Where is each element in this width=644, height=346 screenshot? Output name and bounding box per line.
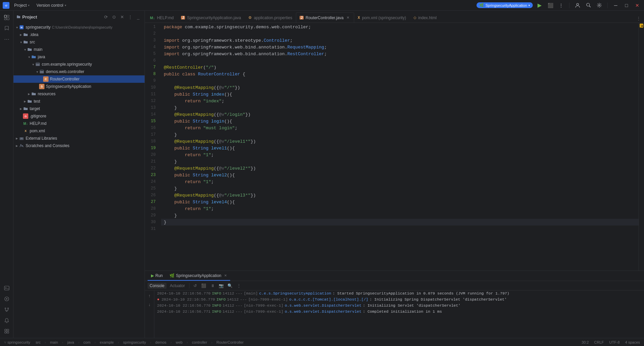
sync-files-button[interactable]: ⟳	[102, 13, 110, 21]
file-encoding: UTF-8	[609, 340, 620, 344]
bottom-tab-label: Run	[155, 273, 163, 278]
toolbar-tab-actuator[interactable]: Actuator	[168, 283, 187, 289]
more-tools-icon[interactable]: ⋯	[2, 34, 11, 44]
timestamp: 2024-10-10 22:16:56.770	[161, 297, 215, 302]
status-line-sep[interactable]: CRLF	[593, 340, 605, 344]
tab-label: RouterController.java	[306, 15, 344, 20]
sidebar-item-target[interactable]: target	[13, 105, 145, 112]
restart-button[interactable]: ↺	[191, 282, 199, 289]
bottom-tab-close[interactable]: ✕	[224, 274, 227, 277]
scroll-down-button[interactable]: ↓	[146, 301, 153, 308]
thread-sep: ---	[240, 297, 247, 302]
run-button[interactable]: ▶	[535, 1, 544, 9]
sidebar-item-resources[interactable]: resources	[13, 90, 145, 98]
more-run-button[interactable]: ⋮	[557, 1, 565, 9]
minimize-sidebar-button[interactable]: _	[134, 13, 142, 21]
status-demos[interactable]: demos	[154, 340, 168, 344]
sidebar-item-gitignore[interactable]: G .gitignore	[13, 112, 145, 120]
status-web[interactable]: web	[175, 340, 184, 344]
sidebar-item-external-libraries[interactable]: External Libraries	[13, 135, 145, 142]
sidebar-item-java[interactable]: java	[13, 53, 145, 61]
sidebar-item-root[interactable]: M springsecurity C:\Users\k\Desktop\shen…	[13, 24, 145, 31]
status-java[interactable]: java	[66, 340, 75, 344]
sidebar-item-spring-app[interactable]: S SpringsecurityApplication	[13, 83, 145, 90]
bookmarks-icon[interactable]	[2, 24, 11, 33]
close-sidebar-button[interactable]: ✕	[118, 13, 126, 21]
console-line-1: 2024-10-10 22:16:56.770 INFO 14112 --- […	[157, 291, 641, 297]
version-control-menu[interactable]: Version control ▾	[34, 2, 68, 8]
minimize-button[interactable]: ─	[612, 1, 620, 9]
settings-button[interactable]	[595, 1, 603, 9]
scroll-to-file-button[interactable]: ⊙	[110, 13, 118, 21]
warning-indicator: ▲1	[640, 24, 643, 28]
screenshot-button[interactable]: 📷	[218, 282, 225, 289]
bottom-tab-spring-app[interactable]: 🌿 SpringsecurityApplication ✕	[166, 271, 230, 281]
stop-button[interactable]: ⬛	[200, 282, 208, 289]
tab-pom-xml[interactable]: X pom.xml (springsecurity)	[354, 12, 410, 23]
svg-rect-6	[4, 15, 6, 18]
console-options-button[interactable]: ⋮	[235, 282, 243, 289]
search-console-button[interactable]: 🔍	[226, 282, 234, 289]
run-icon[interactable]	[2, 294, 11, 304]
profile-button[interactable]	[574, 1, 582, 9]
sidebar-item-package-root[interactable]: com.example.springsecurity	[13, 61, 145, 68]
status-right: 30:2 CRLF UTF-8 4 spaces	[580, 340, 641, 344]
sidebar-item-pom-xml[interactable]: X pom.xml	[13, 127, 145, 135]
status-bar: ⑂ springsecurity src › main › java › com…	[0, 338, 644, 346]
toolbar-tab-console[interactable]: Console	[148, 283, 166, 289]
thread-sep: ---	[236, 303, 243, 308]
status-encoding[interactable]: UTF-8	[608, 340, 621, 344]
line-num-2: 2	[145, 30, 158, 37]
sidebar-item-idea[interactable]: .idea	[13, 31, 145, 38]
restore-button[interactable]: □	[622, 1, 631, 9]
tab-router-controller[interactable]: J RouterController.java ✕	[296, 12, 354, 23]
status-com[interactable]: com	[82, 340, 92, 344]
sidebar-item-scratches[interactable]: Scratches and Consoles	[13, 142, 145, 149]
code-line-26: @RequestMapping({@v"/level3*"})	[161, 192, 639, 199]
scratches-icon	[19, 144, 24, 148]
status-example[interactable]: example	[98, 340, 115, 344]
run-config[interactable]: 🌿 SpringsecurityApplication ▾	[477, 2, 533, 8]
notifications-icon[interactable]	[2, 316, 11, 325]
sidebar-options-button[interactable]: ⋮	[126, 13, 134, 21]
project-menu[interactable]: Project ▾	[12, 2, 32, 8]
debug-button[interactable]: ⬛	[546, 1, 554, 9]
status-position[interactable]: 30:2	[580, 340, 590, 344]
status-main[interactable]: main	[49, 340, 59, 344]
sidebar-item-src[interactable]: src	[13, 38, 145, 46]
status-springsecurity[interactable]: springsecurity	[122, 340, 147, 344]
sidebar-item-package-controller[interactable]: demos.web.controller	[13, 68, 145, 75]
status-indent[interactable]: 4 spaces	[624, 340, 641, 344]
resources-folder-icon	[31, 92, 36, 96]
tab-list-button[interactable]: ⋮	[635, 14, 643, 23]
project-icon[interactable]	[2, 13, 11, 22]
tab-index-html[interactable]: ◇ index.html	[410, 12, 440, 23]
status-controller[interactable]: controller	[190, 340, 208, 344]
tab-app-properties[interactable]: ⚙ application.properties	[245, 12, 296, 23]
code-content[interactable]: package com.example.springsecurity.demos…	[161, 23, 639, 271]
scroll-up-button[interactable]: ↑	[146, 292, 153, 299]
status-src[interactable]: src	[34, 340, 42, 344]
terminal-icon[interactable]	[2, 283, 11, 293]
git-icon[interactable]	[2, 305, 11, 314]
tab-close-button[interactable]: ✕	[346, 15, 350, 20]
log-message: : Started SpringsecurityApplication in 0…	[333, 291, 510, 296]
line-numbers: 1 2 3 4 5 6 7 8 9 10 11 12 13 14 15 16 1	[145, 23, 161, 271]
tab-spring-app[interactable]: J SpringsecurityApplication.java	[177, 12, 245, 23]
sidebar-item-help-md[interactable]: M↓ HELP.md	[13, 120, 145, 127]
bottom-tab-run[interactable]: ▶ Run	[148, 271, 166, 281]
svg-rect-9	[4, 19, 6, 20]
sidebar-item-test[interactable]: test	[13, 98, 145, 105]
line-num-28: 28	[145, 205, 158, 212]
sidebar-item-main[interactable]: main	[13, 46, 145, 53]
console-line-3: 2024-10-10 22:16:56.770 INFO 14112 --- […	[157, 303, 641, 309]
status-project[interactable]: ⑂ springsecurity	[3, 340, 32, 344]
pause-button[interactable]: ⏸	[209, 282, 216, 289]
search-button[interactable]	[584, 1, 592, 9]
plugins-icon[interactable]	[2, 326, 11, 336]
sidebar-actions: ⟳ ⊙ ✕ ⋮ _	[102, 13, 142, 21]
tab-help-md[interactable]: M↓ HELP.md	[146, 12, 177, 23]
status-routercontroller[interactable]: RouterController	[215, 340, 245, 344]
close-button[interactable]: ✕	[633, 1, 641, 9]
sidebar-item-router-controller[interactable]: C RouterController	[13, 75, 145, 83]
